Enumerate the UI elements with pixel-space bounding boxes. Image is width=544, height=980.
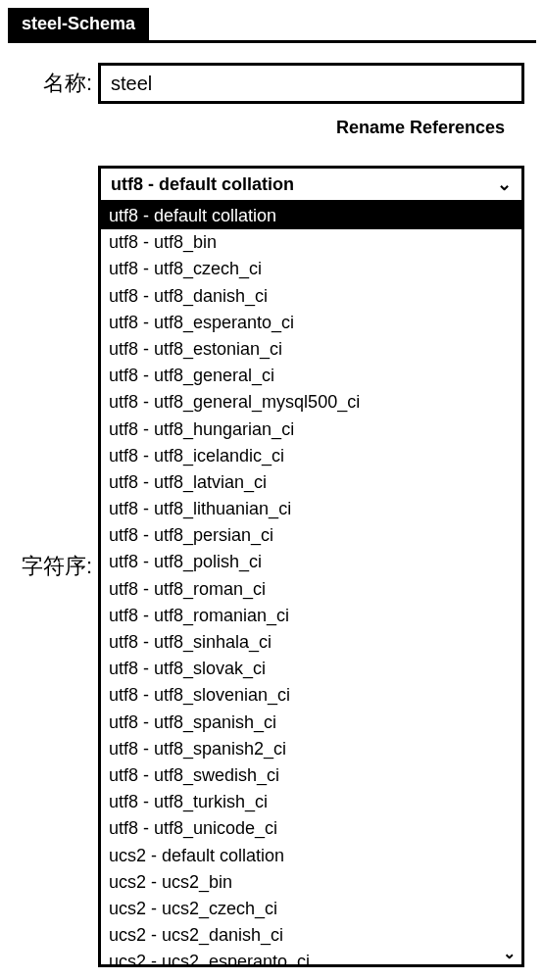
collation-option[interactable]: utf8 - utf8_unicode_ci [101, 815, 521, 842]
collation-option[interactable]: utf8 - utf8_spanish_ci [101, 710, 521, 736]
name-input[interactable] [98, 63, 524, 104]
collation-option[interactable]: utf8 - utf8_romanian_ci [101, 603, 521, 629]
collation-option[interactable]: ucs2 - ucs2_esperanto_ci [101, 949, 521, 967]
collation-option[interactable]: ucs2 - default collation [101, 843, 521, 869]
collation-option[interactable]: utf8 - utf8_lithuanian_ci [101, 496, 521, 522]
collation-option[interactable]: utf8 - utf8_hungarian_ci [101, 416, 521, 443]
collation-row: 字符序: utf8 - default collation ⌄ ⌃ utf8 -… [20, 166, 524, 967]
collation-option[interactable]: utf8 - utf8_bin [101, 229, 521, 256]
collation-option[interactable]: utf8 - utf8_estonian_ci [101, 336, 521, 363]
tab-label: steel-Schema [22, 14, 135, 33]
collation-option[interactable]: utf8 - utf8_sinhala_ci [101, 629, 521, 656]
scroll-up-icon[interactable]: ⌃ [503, 205, 516, 223]
collation-option[interactable]: ucs2 - ucs2_bin [101, 869, 521, 896]
name-row: 名称: [20, 63, 524, 104]
collation-option[interactable]: utf8 - default collation [101, 203, 521, 229]
collation-option[interactable]: utf8 - utf8_icelandic_ci [101, 443, 521, 469]
collation-option[interactable]: utf8 - utf8_czech_ci [101, 256, 521, 282]
collation-dropdown[interactable]: ⌃ utf8 - default collationutf8 - utf8_bi… [98, 203, 524, 967]
collation-option[interactable]: utf8 - utf8_general_mysql500_ci [101, 389, 521, 416]
collation-option[interactable]: utf8 - utf8_slovak_ci [101, 656, 521, 682]
collation-option[interactable]: utf8 - utf8_latvian_ci [101, 469, 521, 496]
scroll-down-icon[interactable]: ⌄ [503, 944, 516, 962]
collation-option[interactable]: utf8 - utf8_slovenian_ci [101, 682, 521, 709]
collation-option[interactable]: ucs2 - ucs2_czech_ci [101, 896, 521, 922]
form-container: 名称: Rename References 字符序: utf8 - defaul… [8, 43, 536, 967]
collation-option[interactable]: utf8 - utf8_general_ci [101, 363, 521, 389]
collation-option[interactable]: utf8 - utf8_swedish_ci [101, 762, 521, 789]
tab-header: steel-Schema [8, 8, 536, 43]
collation-option[interactable]: utf8 - utf8_persian_ci [101, 522, 521, 549]
rename-link-row: Rename References [20, 118, 524, 138]
collation-select-wrapper: utf8 - default collation ⌄ ⌃ utf8 - defa… [98, 166, 524, 967]
chevron-down-icon: ⌄ [497, 173, 512, 195]
collation-option[interactable]: utf8 - utf8_polish_ci [101, 549, 521, 575]
collation-option[interactable]: utf8 - utf8_spanish2_ci [101, 736, 521, 762]
collation-option[interactable]: utf8 - utf8_roman_ci [101, 576, 521, 603]
collation-option[interactable]: ucs2 - ucs2_danish_ci [101, 922, 521, 949]
collation-label: 字符序: [20, 552, 98, 581]
collation-select[interactable]: utf8 - default collation ⌄ [98, 166, 524, 203]
name-label: 名称: [20, 69, 98, 98]
tab-schema[interactable]: steel-Schema [8, 8, 149, 40]
collation-option[interactable]: utf8 - utf8_danish_ci [101, 283, 521, 310]
collation-option[interactable]: utf8 - utf8_turkish_ci [101, 789, 521, 815]
collation-selected-value: utf8 - default collation [111, 174, 294, 195]
rename-references-link[interactable]: Rename References [336, 118, 505, 137]
collation-option[interactable]: utf8 - utf8_esperanto_ci [101, 310, 521, 336]
